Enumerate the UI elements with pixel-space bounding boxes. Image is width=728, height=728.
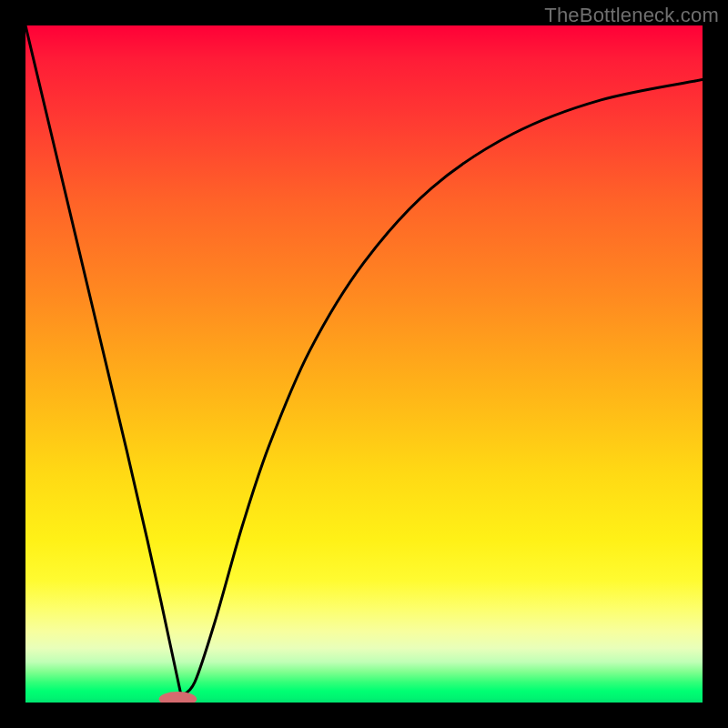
plot-area xyxy=(25,25,703,703)
curve-layer xyxy=(25,25,703,703)
bottleneck-curve-line xyxy=(25,25,703,696)
attribution-label: TheBottleneck.com xyxy=(544,4,719,27)
optimal-point-marker xyxy=(159,692,197,703)
bottleneck-chart: TheBottleneck.com xyxy=(0,0,728,728)
